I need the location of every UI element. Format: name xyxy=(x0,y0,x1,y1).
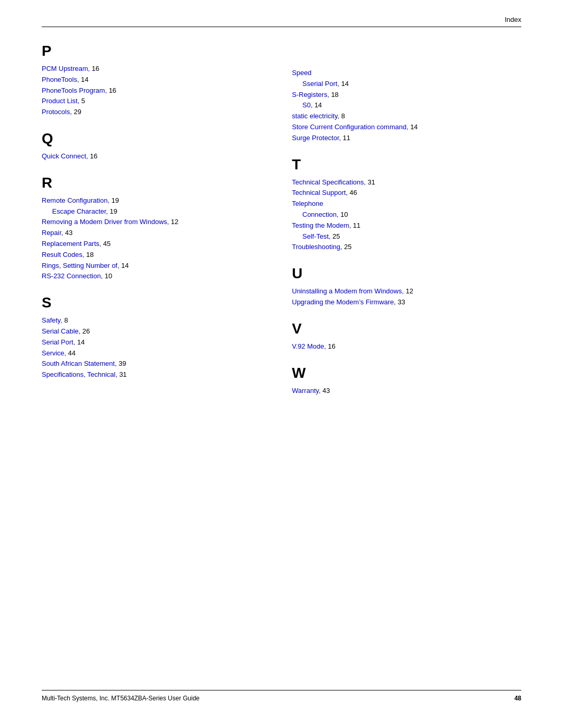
link-uninstalling[interactable]: Uninstalling a Modem from Windows, xyxy=(292,287,404,295)
list-item: South African Statement, 39 xyxy=(42,359,271,369)
list-item: Service, 44 xyxy=(42,348,271,359)
list-item: Escape Character, 19 xyxy=(42,206,271,217)
link-serial-cable[interactable]: Serial Cable, xyxy=(42,327,80,335)
link-upgrading-firmware[interactable]: Upgrading the Modem’s Firmware, xyxy=(292,298,396,306)
list-item: Store Current Configuration command, 14 xyxy=(292,122,521,133)
list-item: Uninstalling a Modem from Windows, 12 xyxy=(292,286,521,297)
link-south-african[interactable]: South African Statement, xyxy=(42,360,117,367)
link-s-registers[interactable]: S-Registers, xyxy=(292,91,329,98)
link-sserial-port[interactable]: Sserial Port, xyxy=(302,80,339,88)
section-w: W Warranty, 43 xyxy=(292,365,521,397)
section-v: V V.92 Mode, 16 xyxy=(292,320,521,352)
list-item: static electricity, 8 xyxy=(292,111,521,122)
link-service[interactable]: Service, xyxy=(42,349,66,357)
link-rings[interactable]: Rings, Setting Number of, xyxy=(42,262,119,269)
link-remote-config[interactable]: Remote Configuration, xyxy=(42,196,109,204)
list-item: Self-Test, 25 xyxy=(292,231,521,242)
link-serial-port[interactable]: Serial Port, xyxy=(42,338,75,346)
list-item: Quick Connect, 16 xyxy=(42,151,271,162)
link-safety[interactable]: Safety, xyxy=(42,316,63,324)
left-column: P PCM Upstream, 16 PhoneTools, 14 PhoneT… xyxy=(42,38,271,409)
link-speed[interactable]: Speed xyxy=(292,69,312,77)
link-result-codes[interactable]: Result Codes, xyxy=(42,251,84,258)
link-s0[interactable]: S0, xyxy=(302,101,313,109)
link-pcm-upstream[interactable]: PCM Upstream, xyxy=(42,65,90,72)
list-item: Speed xyxy=(292,68,521,79)
list-item: Serial Port, 14 xyxy=(42,337,271,348)
link-v92-mode[interactable]: V.92 Mode, xyxy=(292,342,326,350)
link-static-electricity[interactable]: static electricity, xyxy=(292,112,339,120)
link-technical-support[interactable]: Technical Support, xyxy=(292,189,348,196)
link-rs232[interactable]: RS-232 Connection, xyxy=(42,272,103,280)
list-item: PhoneTools Program, 16 xyxy=(42,85,271,96)
link-repair[interactable]: Repair, xyxy=(42,229,63,237)
list-item: Result Codes, 18 xyxy=(42,250,271,261)
link-product-list[interactable]: Product List, xyxy=(42,97,79,105)
index-content: P PCM Upstream, 16 PhoneTools, 14 PhoneT… xyxy=(42,38,521,409)
list-item: Remote Configuration, 19 xyxy=(42,195,271,206)
link-technical-specs[interactable]: Technical Specifications, xyxy=(292,178,366,186)
list-item: Technical Support, 46 xyxy=(292,188,521,199)
list-item: Safety, 8 xyxy=(42,315,271,326)
link-warranty[interactable]: Warranty, xyxy=(292,387,321,394)
link-phonetools-program[interactable]: PhoneTools Program, xyxy=(42,87,107,94)
section-letter-q: Q xyxy=(42,130,271,147)
link-escape-char[interactable]: Escape Character, xyxy=(52,207,108,215)
page-footer: Multi-Tech Systems, Inc. MT5634ZBA-Serie… xyxy=(42,690,521,702)
list-item: Specifications, Technical, 31 xyxy=(42,369,271,380)
section-s-continued: Speed Sserial Port, 14 S-Registers, 18 S… xyxy=(292,68,521,144)
section-p: P PCM Upstream, 16 PhoneTools, 14 PhoneT… xyxy=(42,43,271,118)
list-item: S-Registers, 18 xyxy=(292,90,521,101)
section-letter-v: V xyxy=(292,320,521,337)
section-letter-r: R xyxy=(42,175,271,191)
link-specifications[interactable]: Specifications, Technical, xyxy=(42,371,117,378)
right-column: Speed Sserial Port, 14 S-Registers, 18 S… xyxy=(292,38,521,409)
link-replacement-parts[interactable]: Replacement Parts, xyxy=(42,240,101,248)
link-surge-protector[interactable]: Surge Protector, xyxy=(292,134,341,142)
list-item: Rings, Setting Number of, 14 xyxy=(42,261,271,272)
list-item: Telephone xyxy=(292,199,521,209)
section-t: T Technical Specifications, 31 Technical… xyxy=(292,156,521,253)
link-testing-modem[interactable]: Testing the Modem, xyxy=(292,221,351,229)
link-phonetools[interactable]: PhoneTools, xyxy=(42,76,79,83)
link-protocols[interactable]: Protocols, xyxy=(42,108,72,116)
list-item: Connection, 10 xyxy=(292,209,521,220)
section-q: Q Quick Connect, 16 xyxy=(42,130,271,162)
list-item: Replacement Parts, 45 xyxy=(42,239,271,250)
section-u: U Uninstalling a Modem from Windows, 12 … xyxy=(292,265,521,308)
section-letter-s: S xyxy=(42,294,271,311)
section-letter-p: P xyxy=(42,43,271,59)
header-title: Index xyxy=(505,16,521,23)
list-item: Technical Specifications, 31 xyxy=(292,177,521,188)
list-item: PhoneTools, 14 xyxy=(42,75,271,85)
list-item: Testing the Modem, 11 xyxy=(292,220,521,231)
list-item: Upgrading the Modem’s Firmware, 33 xyxy=(292,297,521,308)
page-header: Index xyxy=(42,16,521,27)
list-item: RS-232 Connection, 10 xyxy=(42,271,271,282)
list-item: Warranty, 43 xyxy=(292,386,521,397)
list-item: S0, 14 xyxy=(292,100,521,111)
link-connection[interactable]: Connection, xyxy=(302,211,338,218)
section-letter-w: W xyxy=(292,365,521,381)
list-item: Surge Protector, 11 xyxy=(292,133,521,144)
list-item: Removing a Modem Driver from Windows, 12 xyxy=(42,217,271,228)
section-s: S Safety, 8 Serial Cable, 26 Serial Port… xyxy=(42,294,271,380)
list-item: Serial Cable, 26 xyxy=(42,326,271,337)
list-item: Sserial Port, 14 xyxy=(292,79,521,90)
link-removing-modem[interactable]: Removing a Modem Driver from Windows, xyxy=(42,218,169,226)
link-store-config[interactable]: Store Current Configuration command, xyxy=(292,123,408,131)
list-item: Troubleshooting, 25 xyxy=(292,242,521,253)
section-r: R Remote Configuration, 19 Escape Charac… xyxy=(42,175,271,282)
link-self-test[interactable]: Self-Test, xyxy=(302,232,331,240)
footer-page-number: 48 xyxy=(515,695,521,702)
footer-left-text: Multi-Tech Systems, Inc. MT5634ZBA-Serie… xyxy=(42,695,200,702)
list-item: Protocols, 29 xyxy=(42,107,271,118)
list-item: V.92 Mode, 16 xyxy=(292,341,521,352)
section-letter-u: U xyxy=(292,265,521,282)
list-item: Product List, 5 xyxy=(42,96,271,107)
list-item: Repair, 43 xyxy=(42,228,271,239)
link-telephone[interactable]: Telephone xyxy=(292,200,323,207)
link-troubleshooting[interactable]: Troubleshooting, xyxy=(292,243,342,251)
section-letter-t: T xyxy=(292,156,521,173)
link-quick-connect[interactable]: Quick Connect, xyxy=(42,152,88,160)
